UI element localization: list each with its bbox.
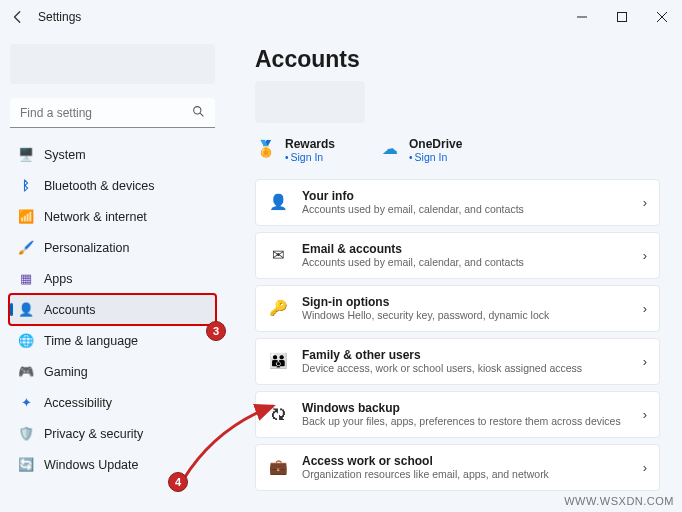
sidebar-item-label: Privacy & security xyxy=(44,427,143,441)
sidebar-item-time-language[interactable]: 🌐Time & language xyxy=(10,326,215,355)
minimize-button[interactable] xyxy=(562,1,602,33)
globe-icon: 🌐 xyxy=(18,333,34,349)
sidebar-item-bluetooth[interactable]: ᛒBluetooth & devices xyxy=(10,171,215,200)
sidebar-item-system[interactable]: 🖥️System xyxy=(10,140,215,169)
svg-point-2 xyxy=(194,106,201,113)
sidebar-item-accessibility[interactable]: ✦Accessibility xyxy=(10,388,215,417)
sidebar-item-label: Bluetooth & devices xyxy=(44,179,155,193)
svg-line-3 xyxy=(200,113,203,116)
annotation-badge-3: 3 xyxy=(206,321,226,341)
quick-rewards[interactable]: 🏅 Rewards •Sign In xyxy=(255,137,335,163)
cloud-icon: ☁ xyxy=(379,137,401,159)
quick-links-row: 🏅 Rewards •Sign In ☁ OneDrive •Sign In xyxy=(255,137,660,163)
sidebar: 🖥️System ᛒBluetooth & devices 📶Network &… xyxy=(0,34,225,512)
person-icon: 👤 xyxy=(18,302,34,318)
search-box[interactable] xyxy=(10,98,215,128)
family-icon: 👪 xyxy=(268,351,288,371)
sidebar-item-apps[interactable]: ▦Apps xyxy=(10,264,215,293)
sidebar-item-label: System xyxy=(44,148,86,162)
card-title: Your info xyxy=(302,189,629,203)
card-title: Family & other users xyxy=(302,348,629,362)
search-icon xyxy=(192,104,205,122)
chevron-right-icon: › xyxy=(643,460,647,475)
bluetooth-icon: ᛒ xyxy=(18,178,34,194)
display-icon: 🖥️ xyxy=(18,147,34,163)
close-button[interactable] xyxy=(642,1,682,33)
sidebar-item-label: Accessibility xyxy=(44,396,112,410)
card-title: Email & accounts xyxy=(302,242,629,256)
quick-sublink[interactable]: •Sign In xyxy=(285,151,335,163)
account-placeholder xyxy=(10,44,215,84)
card-family-users[interactable]: 👪 Family & other usersDevice access, wor… xyxy=(255,338,660,385)
chevron-right-icon: › xyxy=(643,407,647,422)
card-desc: Organization resources like email, apps,… xyxy=(302,468,629,481)
content-pane: Accounts 🏅 Rewards •Sign In ☁ OneDrive •… xyxy=(225,34,682,512)
window-title: Settings xyxy=(38,10,81,24)
mail-icon: ✉ xyxy=(268,245,288,265)
settings-cards: 👤 Your infoAccounts used by email, calen… xyxy=(255,179,660,491)
chevron-right-icon: › xyxy=(643,248,647,263)
briefcase-icon: 💼 xyxy=(268,457,288,477)
sidebar-item-network[interactable]: 📶Network & internet xyxy=(10,202,215,231)
shield-icon: 🛡️ xyxy=(18,426,34,442)
wifi-icon: 📶 xyxy=(18,209,34,225)
quick-title: OneDrive xyxy=(409,137,462,151)
card-email-accounts[interactable]: ✉ Email & accountsAccounts used by email… xyxy=(255,232,660,279)
search-input[interactable] xyxy=(20,106,190,120)
card-title: Access work or school xyxy=(302,454,629,468)
profile-placeholder xyxy=(255,81,365,123)
gamepad-icon: 🎮 xyxy=(18,364,34,380)
update-icon: 🔄 xyxy=(18,457,34,473)
apps-icon: ▦ xyxy=(18,271,34,287)
key-icon: 🔑 xyxy=(268,298,288,318)
sidebar-item-label: Personalization xyxy=(44,241,129,255)
chevron-right-icon: › xyxy=(643,301,647,316)
card-desc: Accounts used by email, calendar, and co… xyxy=(302,256,629,269)
card-desc: Windows Hello, security key, password, d… xyxy=(302,309,629,322)
chevron-right-icon: › xyxy=(643,354,647,369)
quick-title: Rewards xyxy=(285,137,335,151)
svg-rect-1 xyxy=(618,13,627,22)
quick-onedrive[interactable]: ☁ OneDrive •Sign In xyxy=(379,137,462,163)
accessibility-icon: ✦ xyxy=(18,395,34,411)
sidebar-item-label: Network & internet xyxy=(44,210,147,224)
sidebar-item-gaming[interactable]: 🎮Gaming xyxy=(10,357,215,386)
info-person-icon: 👤 xyxy=(268,192,288,212)
card-windows-backup[interactable]: 🗘 Windows backupBack up your files, apps… xyxy=(255,391,660,438)
nav-list: 🖥️System ᛒBluetooth & devices 📶Network &… xyxy=(10,140,215,479)
sidebar-item-label: Gaming xyxy=(44,365,88,379)
paint-icon: 🖌️ xyxy=(18,240,34,256)
card-desc: Device access, work or school users, kio… xyxy=(302,362,629,375)
titlebar: Settings xyxy=(0,0,682,34)
sidebar-item-accounts[interactable]: 👤Accounts xyxy=(10,295,215,324)
card-title: Windows backup xyxy=(302,401,629,415)
sidebar-item-personalization[interactable]: 🖌️Personalization xyxy=(10,233,215,262)
backup-icon: 🗘 xyxy=(268,404,288,424)
rewards-icon: 🏅 xyxy=(255,137,277,159)
page-title: Accounts xyxy=(255,46,660,73)
maximize-button[interactable] xyxy=(602,1,642,33)
sidebar-item-privacy[interactable]: 🛡️Privacy & security xyxy=(10,419,215,448)
card-desc: Accounts used by email, calendar, and co… xyxy=(302,203,629,216)
watermark: WWW.WSXDN.COM xyxy=(564,495,674,507)
card-your-info[interactable]: 👤 Your infoAccounts used by email, calen… xyxy=(255,179,660,226)
quick-sublink[interactable]: •Sign In xyxy=(409,151,462,163)
sidebar-item-label: Time & language xyxy=(44,334,138,348)
chevron-right-icon: › xyxy=(643,195,647,210)
back-button[interactable] xyxy=(10,9,26,25)
card-title: Sign-in options xyxy=(302,295,629,309)
card-desc: Back up your files, apps, preferences to… xyxy=(302,415,629,428)
sidebar-item-label: Accounts xyxy=(44,303,95,317)
card-work-school[interactable]: 💼 Access work or schoolOrganization reso… xyxy=(255,444,660,491)
card-signin-options[interactable]: 🔑 Sign-in optionsWindows Hello, security… xyxy=(255,285,660,332)
sidebar-item-label: Apps xyxy=(44,272,73,286)
sidebar-item-label: Windows Update xyxy=(44,458,139,472)
annotation-badge-4: 4 xyxy=(168,472,188,492)
